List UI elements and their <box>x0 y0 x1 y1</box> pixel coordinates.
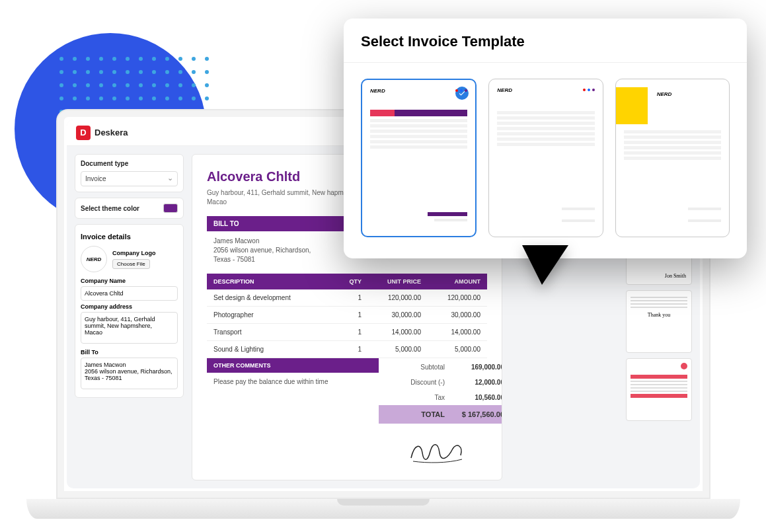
cell-amount: 30,000.00 <box>421 311 480 319</box>
template-option-1[interactable]: NERD <box>361 79 477 237</box>
selected-check-icon <box>455 87 469 100</box>
totals-block: Subtotal169,000.00 Discount (-)12,000.00… <box>379 360 502 424</box>
line-item: Sound & Lighting 1 5,000.00 5,000.00 <box>207 341 487 358</box>
discount-label: Discount (-) <box>385 379 445 386</box>
cell-unit: 5,000.00 <box>362 346 421 353</box>
brand-logo-icon: D <box>76 126 91 140</box>
cell-desc: Transport <box>213 328 328 336</box>
cell-desc: Set design & development <box>213 294 328 301</box>
cell-desc: Sound & Lighting <box>213 346 328 353</box>
line-item: Transport 1 14,000.00 14,000.00 <box>207 324 487 341</box>
laptop-base <box>26 499 740 519</box>
company-logo-preview: NERD <box>81 246 107 272</box>
signature <box>207 439 487 468</box>
total-value: $ 167,560.00 <box>445 410 502 418</box>
template-logo: NERD <box>370 88 467 94</box>
thumb-signature: Jon Smith <box>665 273 686 279</box>
company-address-input[interactable] <box>81 312 178 344</box>
cell-qty: 1 <box>328 294 362 301</box>
company-name-label: Company Name <box>81 278 178 284</box>
company-name-input[interactable] <box>81 286 178 301</box>
cell-desc: Photographer <box>213 311 328 319</box>
comments-body: Please pay the balance due within time <box>207 373 379 391</box>
popover-body: NERD NERD NERD <box>344 63 747 243</box>
company-address-label: Company address <box>81 303 178 310</box>
template-accent-block <box>616 87 648 124</box>
doc-type-select[interactable]: Invoice <box>81 171 178 186</box>
template-thumb-4[interactable] <box>626 358 692 421</box>
company-logo-row: NERD Company Logo Choose File <box>81 246 178 272</box>
thumb-thank-you: Thank you <box>631 312 687 318</box>
cell-amount: 120,000.00 <box>421 294 480 301</box>
cell-qty: 1 <box>328 346 362 353</box>
subtotal-label: Subtotal <box>385 363 445 371</box>
cell-unit: 120,000.00 <box>362 294 421 301</box>
theme-color-label: Select theme color <box>81 205 139 212</box>
col-amount: AMOUNT <box>421 278 480 285</box>
brand-name: Deskera <box>95 128 128 137</box>
cell-unit: 30,000.00 <box>362 311 421 319</box>
total-label: TOTAL <box>385 410 445 418</box>
sidebar: Document type Invoice Select theme color… <box>75 154 184 480</box>
template-option-3[interactable]: NERD <box>615 79 730 237</box>
cell-unit: 14,000.00 <box>362 328 421 336</box>
cell-amount: 14,000.00 <box>421 328 480 336</box>
company-logo-label: Company Logo <box>112 250 156 256</box>
bill-to-input[interactable] <box>81 358 178 389</box>
discount-value: 12,000.00 <box>445 379 502 386</box>
line-items-header: DESCRIPTION QTY UNIT PRICE AMOUNT <box>207 274 487 289</box>
popover-pointer-icon <box>522 245 568 285</box>
template-thumb-3[interactable]: Thank you <box>626 290 692 353</box>
tax-label: Tax <box>385 394 445 401</box>
theme-color-panel: Select theme color <box>75 198 184 219</box>
invoice-details-panel: Invoice details NERD Company Logo Choose… <box>75 224 184 398</box>
choose-file-button[interactable]: Choose File <box>112 259 150 269</box>
cell-qty: 1 <box>328 311 362 319</box>
col-unit-price: UNIT PRICE <box>362 278 421 285</box>
invoice-details-title: Invoice details <box>81 233 178 241</box>
comments-header: OTHER COMMENTS <box>207 358 379 373</box>
theme-color-swatch[interactable] <box>163 204 178 213</box>
tax-value: 10,560.00 <box>445 394 502 401</box>
line-item: Set design & development 1 120,000.00 12… <box>207 289 487 307</box>
doc-type-panel: Document type Invoice <box>75 154 184 192</box>
template-selector-popover: Select Invoice Template NERD NERD NERD <box>344 19 747 258</box>
template-option-2[interactable]: NERD <box>488 79 603 237</box>
template-logo: NERD <box>497 87 594 93</box>
template-logo: NERD <box>657 91 672 97</box>
bill-to-label: Bill To <box>81 349 178 356</box>
col-description: DESCRIPTION <box>213 278 328 285</box>
popover-title: Select Invoice Template <box>344 19 747 63</box>
template-color-dots <box>583 89 595 91</box>
subtotal-value: 169,000.00 <box>445 363 502 371</box>
line-item: Photographer 1 30,000.00 30,000.00 <box>207 307 487 324</box>
cell-qty: 1 <box>328 328 362 336</box>
template-color-dots <box>455 89 467 92</box>
col-qty: QTY <box>328 278 362 285</box>
cell-amount: 5,000.00 <box>421 346 480 353</box>
doc-type-label: Document type <box>81 160 178 167</box>
